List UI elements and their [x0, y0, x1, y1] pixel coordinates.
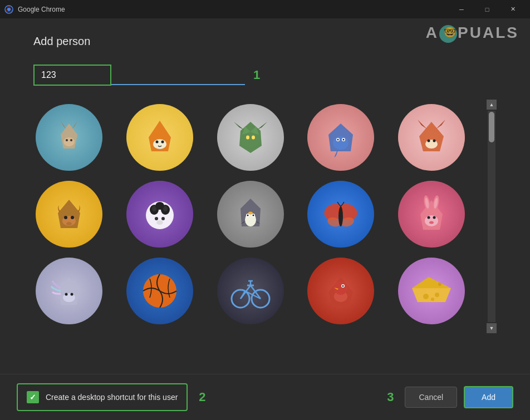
rabbit-icon — [409, 192, 454, 236]
svg-point-60 — [338, 206, 343, 226]
svg-point-26 — [343, 139, 345, 141]
cancel-button[interactable]: Cancel — [405, 387, 457, 408]
step-2-label: 2 — [199, 390, 205, 404]
avatar-monkey[interactable] — [36, 181, 102, 248]
close-button[interactable]: ✕ — [500, 0, 526, 18]
svg-point-44 — [161, 217, 165, 220]
avatar-bird[interactable] — [307, 258, 374, 324]
name-input-row: 1 — [33, 65, 497, 86]
avatar-panda[interactable] — [126, 181, 193, 248]
avatar-cheese[interactable] — [398, 258, 465, 324]
svg-point-37 — [66, 222, 72, 225]
name-input[interactable] — [33, 65, 111, 86]
add-button[interactable]: Add — [464, 386, 513, 408]
svg-point-98 — [431, 298, 434, 301]
bird-icon — [318, 269, 363, 313]
titlebar: Google Chrome ─ □ ✕ — [0, 0, 530, 18]
svg-point-66 — [425, 215, 438, 226]
avatar-elephant[interactable] — [307, 104, 374, 171]
svg-marker-16 — [257, 122, 267, 130]
svg-point-52 — [252, 215, 254, 216]
main-content: A 🤓 PUALS Add person 1 — [0, 18, 530, 344]
svg-point-67 — [428, 216, 430, 219]
scroll-up-button[interactable]: ▲ — [487, 100, 497, 110]
scroll-down-button[interactable]: ▼ — [487, 323, 497, 333]
butterfly-icon — [318, 192, 363, 236]
svg-point-32 — [433, 140, 436, 142]
scrollbar: ▲ ▼ — [487, 100, 497, 333]
svg-marker-28 — [418, 120, 427, 129]
window-controls: ─ □ ✕ — [449, 0, 526, 18]
avatar-basketball[interactable] — [126, 258, 193, 324]
avatar-bicycle[interactable] — [217, 258, 284, 324]
fox2-icon — [409, 115, 454, 160]
svg-point-1 — [7, 8, 11, 11]
svg-point-19 — [246, 136, 249, 140]
svg-marker-4 — [72, 121, 77, 129]
minimize-button[interactable]: ─ — [449, 0, 474, 18]
scroll-track[interactable] — [488, 111, 495, 322]
cheese-icon — [409, 269, 454, 313]
watermark: A 🤓 PUALS — [426, 24, 519, 43]
name-underline-input[interactable] — [111, 65, 245, 85]
checkmark-icon: ✓ — [30, 393, 36, 402]
svg-point-69 — [429, 221, 434, 224]
svg-point-35 — [64, 216, 67, 219]
svg-marker-14 — [239, 122, 262, 153]
svg-marker-10 — [165, 118, 172, 127]
svg-point-90 — [342, 285, 344, 287]
cat-icon — [47, 115, 91, 160]
avatar-butterfly[interactable] — [307, 181, 374, 248]
scroll-thumb — [489, 112, 494, 142]
avatar-rabbit[interactable] — [398, 181, 465, 248]
svg-point-7 — [70, 139, 72, 141]
svg-marker-15 — [234, 122, 244, 130]
avatar-dragon[interactable] — [217, 104, 284, 171]
svg-point-73 — [65, 293, 68, 296]
svg-marker-29 — [436, 120, 445, 129]
monkey-icon — [47, 192, 91, 236]
avatar-fox[interactable] — [126, 104, 193, 171]
maximize-button[interactable]: □ — [474, 0, 500, 18]
svg-point-68 — [433, 216, 436, 219]
svg-point-43 — [155, 217, 158, 220]
svg-point-36 — [71, 216, 74, 219]
svg-point-22 — [333, 136, 349, 150]
dragon-icon — [228, 115, 273, 160]
desktop-shortcut-checkbox[interactable]: ✓ — [27, 391, 39, 403]
svg-point-11 — [153, 139, 166, 149]
name-input-wrapper — [33, 65, 111, 86]
titlebar-title: Google Chrome — [18, 6, 449, 13]
chrome-logo-icon — [4, 5, 13, 14]
svg-point-20 — [252, 136, 255, 140]
svg-point-53 — [248, 212, 253, 215]
bicycle-icon — [228, 269, 273, 313]
checkbox-label: Create a desktop shortcut for this user — [46, 393, 178, 402]
svg-point-46 — [155, 202, 164, 210]
svg-point-31 — [428, 140, 430, 142]
avatar-cat[interactable] — [36, 104, 102, 171]
fox-icon — [138, 115, 182, 160]
panda-icon — [138, 192, 182, 236]
avatar-grid-wrapper — [33, 100, 481, 333]
svg-point-45 — [156, 220, 163, 225]
svg-point-12 — [155, 141, 158, 144]
avatar-fox2[interactable] — [398, 104, 465, 171]
svg-point-51 — [247, 215, 248, 216]
avatar-unicorn[interactable] — [36, 258, 102, 324]
step-1-label: 1 — [253, 68, 260, 82]
unicorn-icon — [47, 269, 91, 313]
basketball-icon — [138, 269, 182, 313]
avatar-section: ▲ ▼ — [33, 100, 497, 333]
bottom-bar: ✓ Create a desktop shortcut for this use… — [0, 374, 530, 420]
svg-point-72 — [63, 293, 75, 302]
svg-point-96 — [423, 294, 429, 299]
svg-marker-9 — [148, 118, 154, 127]
svg-point-97 — [435, 293, 439, 297]
svg-point-13 — [161, 141, 164, 144]
action-buttons: 3 Cancel Add — [387, 386, 513, 408]
svg-point-99 — [438, 283, 441, 286]
avatar-penguin[interactable] — [217, 181, 284, 248]
elephant-icon — [318, 115, 363, 160]
svg-point-6 — [66, 139, 68, 141]
